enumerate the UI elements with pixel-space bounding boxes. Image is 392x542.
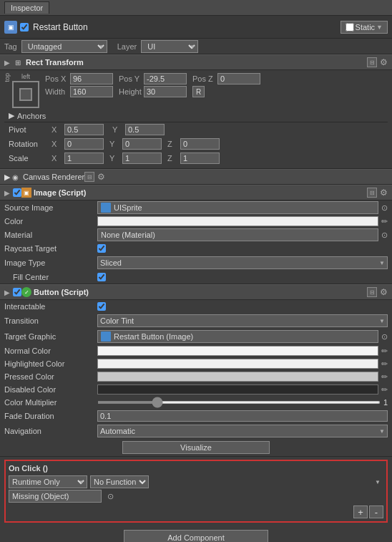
anchors-arrow[interactable]: ▶: [9, 111, 14, 120]
rect-settings-icon[interactable]: ⊟: [367, 57, 377, 67]
normal-color-edit-icon[interactable]: ✏: [381, 347, 388, 356]
scale-z-input[interactable]: [180, 153, 220, 164]
width-input[interactable]: [70, 86, 113, 97]
transition-label: Transition: [4, 316, 97, 325]
highlighted-color-field: ✏: [97, 359, 388, 369]
canvas-renderer-arrow[interactable]: ▶: [4, 173, 10, 182]
interactable-label: Interactable: [4, 302, 97, 311]
button-script-checkbox[interactable]: [13, 288, 21, 296]
pos-z-input[interactable]: [217, 73, 260, 84]
image-script-checkbox-wrapper[interactable]: [13, 188, 21, 197]
static-dropdown-arrow[interactable]: ▼: [376, 24, 383, 31]
interactable-checkbox[interactable]: [97, 302, 106, 311]
active-checkbox[interactable]: [20, 23, 29, 32]
fade-duration-input[interactable]: [97, 410, 388, 422]
button-gear-icon[interactable]: ⚙: [380, 287, 388, 297]
disabled-color-edit-icon[interactable]: ✏: [381, 385, 388, 395]
missing-object-field[interactable]: Missing (Object): [9, 490, 102, 503]
pivot-x-input[interactable]: [64, 124, 104, 135]
target-graphic-field[interactable]: Restart Button (Image): [97, 330, 378, 343]
add-event-button[interactable]: +: [353, 505, 368, 518]
pivot-label: Pivot: [9, 125, 52, 134]
source-image-row: Source Image UISprite ⊙: [0, 200, 392, 215]
canvas-gear-icon[interactable]: ⚙: [97, 172, 105, 182]
tag-label: Tag: [4, 42, 17, 51]
scale-xyz: X Y Z: [52, 153, 220, 164]
color-edit-icon[interactable]: ✏: [381, 217, 388, 226]
pivot-x-label: X: [52, 125, 62, 134]
static-button[interactable]: Static ▼: [340, 21, 388, 34]
function-dropdown[interactable]: No Function: [90, 475, 149, 488]
r-button[interactable]: R: [192, 86, 205, 97]
raycast-checkbox[interactable]: [97, 244, 106, 253]
pressed-color-swatch[interactable]: [97, 372, 378, 382]
pivot-y-input[interactable]: [125, 124, 165, 135]
static-checkbox[interactable]: [346, 23, 354, 32]
missing-obj-circle-icon[interactable]: ⊙: [107, 492, 114, 501]
pos-x-input[interactable]: [70, 73, 113, 84]
material-value: None (Material): [101, 231, 155, 239]
navigation-dropdown[interactable]: Automatic: [97, 425, 388, 437]
color-multiplier-slider[interactable]: [97, 401, 381, 404]
rect-anchor-inner: [19, 88, 32, 101]
rot-y-input[interactable]: [122, 138, 162, 150]
button-script-arrow[interactable]: ▶: [4, 289, 10, 296]
active-checkbox-wrapper[interactable]: [20, 23, 29, 32]
pressed-color-edit-icon[interactable]: ✏: [381, 372, 388, 382]
transition-row: Transition Color Tint: [0, 313, 392, 329]
disabled-color-swatch[interactable]: [97, 384, 378, 395]
highlighted-color-swatch[interactable]: [97, 359, 378, 369]
highlighted-color-edit-icon[interactable]: ✏: [381, 359, 388, 369]
button-script-checkbox-wrapper[interactable]: [13, 288, 21, 296]
target-graphic-row: Target Graphic Restart Button (Image) ⊙: [0, 329, 392, 344]
visualize-button[interactable]: Visualize: [122, 441, 270, 454]
rot-x-input[interactable]: [64, 138, 104, 150]
fill-center-label: Fill Center: [4, 273, 97, 281]
target-graphic-picker-icon[interactable]: ⊙: [381, 332, 388, 342]
tag-dropdown[interactable]: Untagged: [21, 40, 107, 53]
pivot-row: Pivot X Y: [4, 122, 388, 137]
rot-z-input[interactable]: [180, 138, 220, 150]
rect-anchor-box[interactable]: [12, 81, 39, 108]
scale-y-input[interactable]: [122, 153, 162, 164]
image-type-dropdown[interactable]: Sliced: [97, 256, 388, 269]
transition-dropdown[interactable]: Color Tint: [97, 314, 388, 327]
normal-color-swatch[interactable]: [97, 346, 378, 356]
height-input[interactable]: [144, 86, 187, 97]
add-component-button[interactable]: Add Component: [124, 530, 268, 542]
plus-minus-row: + -: [9, 505, 383, 518]
image-settings-icon[interactable]: ⊟: [367, 188, 377, 198]
material-row: Material None (Material) ⊙: [0, 228, 392, 242]
highlighted-color-label: Highlighted Color: [4, 359, 97, 368]
image-script-title: Image (Script): [34, 188, 367, 197]
anchors-label[interactable]: ▶ Anchors: [9, 111, 383, 120]
material-field[interactable]: None (Material): [97, 228, 378, 241]
fill-center-checkbox[interactable]: [97, 273, 106, 281]
image-gear-icon[interactable]: ⚙: [380, 188, 388, 198]
remove-event-button[interactable]: -: [369, 505, 383, 518]
button-settings-icon[interactable]: ⊟: [367, 287, 377, 297]
rect-transform-arrow[interactable]: ▶: [4, 59, 10, 67]
color-swatch[interactable]: [97, 216, 378, 226]
inspector-tab-label: Inspector: [11, 4, 43, 12]
missing-object-value: Missing (Object): [12, 492, 69, 500]
runtime-dropdown[interactable]: Runtime Only: [9, 475, 87, 488]
color-field: ✏: [97, 216, 388, 226]
pos-y-label: Pos Y: [119, 74, 144, 83]
layer-dropdown[interactable]: UI: [141, 40, 198, 53]
scale-z-label: Z: [167, 154, 177, 163]
object-name: Restart Button: [33, 22, 340, 32]
source-image-picker-icon[interactable]: ⊙: [381, 203, 388, 213]
rect-gear-icon[interactable]: ⚙: [380, 57, 388, 67]
normal-color-label: Normal Color: [4, 347, 97, 355]
scale-x-input[interactable]: [64, 153, 104, 164]
on-click-entry-row: Runtime Only No Function: [9, 475, 383, 488]
button-script-title: Button (Script): [34, 288, 367, 296]
pos-y-input[interactable]: [144, 73, 187, 84]
canvas-settings-icon[interactable]: ⊟: [84, 172, 94, 182]
inspector-tab[interactable]: Inspector: [4, 1, 49, 14]
material-picker-icon[interactable]: ⊙: [381, 231, 388, 240]
image-script-arrow[interactable]: ▶: [4, 189, 10, 197]
image-script-checkbox[interactable]: [13, 188, 21, 197]
source-image-field[interactable]: UISprite: [97, 201, 378, 214]
